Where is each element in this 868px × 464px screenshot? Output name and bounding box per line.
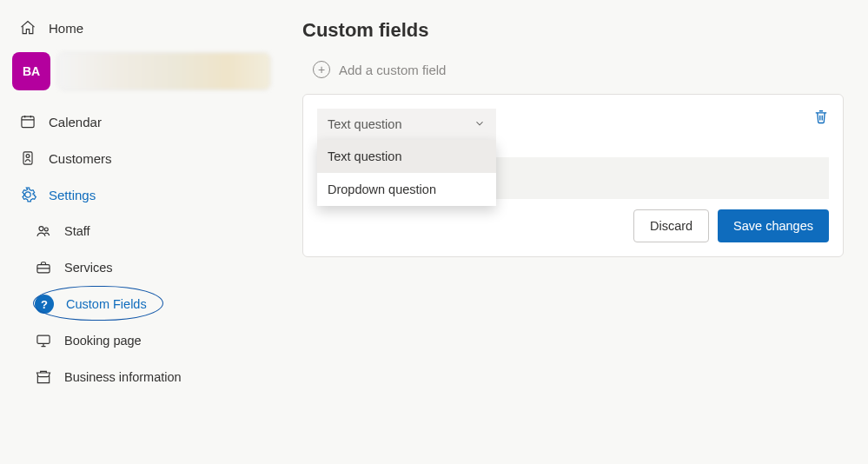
- main-content: Custom fields + Add a custom field Text …: [278, 0, 868, 464]
- add-custom-field-label: Add a custom field: [339, 63, 446, 77]
- nav-settings[interactable]: Settings: [12, 177, 271, 212]
- plus-circle-icon: +: [313, 61, 330, 78]
- nav-custom-fields-label: Custom Fields: [66, 297, 147, 311]
- nav-calendar[interactable]: Calendar: [12, 104, 271, 139]
- dropdown-selected: Text question: [328, 117, 401, 131]
- calendar-icon: [19, 113, 36, 130]
- home-icon: [19, 19, 36, 36]
- svg-point-4: [44, 228, 48, 231]
- add-custom-field-button[interactable]: + Add a custom field: [313, 61, 844, 78]
- help-icon: ?: [35, 295, 54, 314]
- workspace-badge: BA: [12, 52, 50, 90]
- svg-point-3: [39, 227, 43, 231]
- nav-booking-page[interactable]: Booking page: [12, 323, 271, 358]
- gear-icon: [19, 186, 36, 203]
- dropdown-option-dropdown[interactable]: Dropdown question: [317, 173, 496, 206]
- nav-staff[interactable]: Staff: [12, 214, 271, 249]
- card-actions: Discard Save changes: [317, 209, 829, 242]
- storefront-icon: [35, 368, 52, 386]
- svg-point-2: [26, 155, 30, 158]
- nav-customers-label: Customers: [49, 151, 112, 166]
- nav-home-label: Home: [49, 21, 83, 36]
- discard-button[interactable]: Discard: [633, 209, 709, 242]
- briefcase-icon: [35, 259, 52, 276]
- svg-rect-6: [37, 335, 50, 343]
- svg-rect-0: [22, 116, 34, 128]
- workspace-initials: BA: [23, 64, 40, 78]
- custom-field-card: Text question Text question Dropdown que…: [302, 94, 844, 257]
- save-button[interactable]: Save changes: [718, 209, 829, 242]
- nav-staff-label: Staff: [64, 224, 90, 238]
- monitor-icon: [35, 332, 52, 349]
- nav-home[interactable]: Home: [12, 10, 271, 45]
- chevron-down-icon: [474, 117, 486, 132]
- dropdown-menu: Text question Dropdown question: [317, 140, 496, 206]
- nav-services[interactable]: Services: [12, 250, 271, 285]
- field-type-dropdown[interactable]: Text question Text question Dropdown que…: [317, 109, 496, 140]
- nav-services-label: Services: [64, 261, 113, 275]
- delete-button[interactable]: [812, 107, 831, 126]
- workspace-badge-row[interactable]: BA: [12, 52, 271, 90]
- customers-icon: [19, 149, 36, 167]
- nav-business-info-label: Business information: [64, 370, 182, 384]
- staff-icon: [35, 222, 52, 240]
- nav-custom-fields[interactable]: ? Custom Fields: [12, 287, 271, 321]
- nav-customers[interactable]: Customers: [12, 141, 271, 176]
- nav-calendar-label: Calendar: [49, 115, 102, 129]
- workspace-name-redacted: [57, 52, 271, 90]
- nav-settings-label: Settings: [49, 188, 96, 202]
- nav-business-info[interactable]: Business information: [12, 360, 271, 394]
- page-title: Custom fields: [302, 19, 844, 42]
- trash-icon: [812, 108, 830, 125]
- nav-booking-page-label: Booking page: [64, 334, 142, 348]
- dropdown-option-text[interactable]: Text question: [317, 140, 496, 173]
- sidebar: Home BA Calendar Customers Settings Staf…: [0, 0, 278, 464]
